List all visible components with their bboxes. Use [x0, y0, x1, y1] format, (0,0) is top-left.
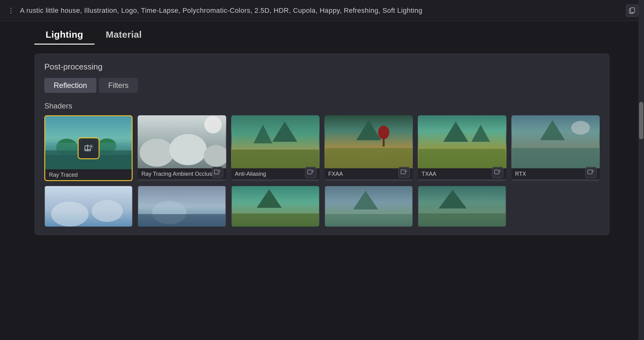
tab-reflection[interactable]: Reflection — [44, 78, 96, 93]
main-tabs-container: Lighting Material — [0, 21, 644, 45]
add-collection-button-3[interactable] — [305, 167, 316, 178]
tab-material[interactable]: Material — [95, 26, 153, 45]
svg-rect-35 — [325, 148, 412, 168]
shader-card-b2[interactable] — [138, 186, 226, 227]
menu-dots-icon[interactable]: ⋮ — [6, 5, 16, 16]
shader-thumb-anti-aliasing — [231, 115, 320, 168]
svg-rect-1 — [631, 8, 635, 12]
add-collection-button-6[interactable] — [585, 167, 597, 178]
shader-thumb-fxaa — [324, 115, 413, 168]
tab-filters[interactable]: Filters — [99, 78, 138, 93]
svg-point-16 — [140, 139, 174, 167]
shader-card-b5[interactable] — [418, 186, 506, 227]
svg-point-15 — [204, 116, 222, 133]
svg-rect-26 — [232, 150, 319, 168]
svg-rect-64 — [232, 213, 319, 227]
shader-card-ray-traced[interactable]: Ray Traced — [44, 115, 133, 181]
shader-card-anti-aliasing[interactable]: Anti-Aliasing — [231, 115, 320, 181]
svg-point-3 — [56, 139, 78, 156]
content-area: Post-processing Reflection Filters Shade… — [0, 45, 644, 242]
tab-lighting[interactable]: Lighting — [34, 26, 95, 45]
shader-thumb-ray-tracing-ao — [138, 115, 226, 168]
add-collection-button-4[interactable] — [398, 167, 410, 178]
post-processing-title: Post-processing — [44, 62, 600, 72]
add-collection-button-highlighted[interactable] — [78, 137, 100, 159]
svg-rect-43 — [418, 149, 506, 168]
shader-label-ray-traced: Ray Traced — [45, 169, 132, 180]
shader-card-txaa[interactable]: TXAA — [418, 115, 506, 181]
top-bar: ⋮ A rustic little house, Illustration, L… — [0, 0, 644, 21]
svg-point-57 — [51, 202, 89, 227]
scrollbar-track[interactable] — [638, 0, 644, 340]
svg-rect-67 — [325, 214, 412, 227]
shaders-grid: Ray Traced — [44, 115, 600, 181]
add-collection-button-5[interactable] — [492, 167, 503, 178]
shader-thumb-rtx — [511, 115, 600, 168]
shader-card-ray-tracing-ao[interactable]: Ray Tracing Ambient Occlusion — [138, 115, 226, 181]
svg-rect-61 — [138, 214, 226, 227]
sub-tabs-container: Reflection Filters — [44, 78, 600, 93]
shader-thumb-txaa — [418, 115, 506, 168]
svg-point-58 — [92, 200, 123, 222]
svg-point-34 — [378, 126, 389, 139]
post-processing-panel: Post-processing Reflection Filters Shade… — [34, 53, 610, 235]
shader-card-rtx[interactable]: RTX — [511, 115, 600, 181]
svg-point-5 — [98, 138, 116, 153]
shader-card-b3[interactable] — [231, 186, 320, 227]
svg-point-17 — [169, 134, 207, 165]
copy-button[interactable] — [626, 4, 638, 17]
scrollbar-thumb[interactable] — [639, 102, 643, 139]
add-collection-button-2[interactable] — [212, 167, 223, 178]
shader-card-b1[interactable] — [44, 186, 133, 227]
shaders-grid-row2 — [44, 186, 600, 227]
svg-rect-70 — [418, 213, 506, 227]
prompt-text: A rustic little house, Illustration, Log… — [20, 7, 622, 15]
shader-card-fxaa[interactable]: FXAA — [324, 115, 413, 181]
shaders-title: Shaders — [44, 102, 600, 110]
svg-point-51 — [571, 121, 590, 135]
shader-card-b4[interactable] — [324, 186, 413, 227]
svg-rect-50 — [512, 148, 599, 168]
